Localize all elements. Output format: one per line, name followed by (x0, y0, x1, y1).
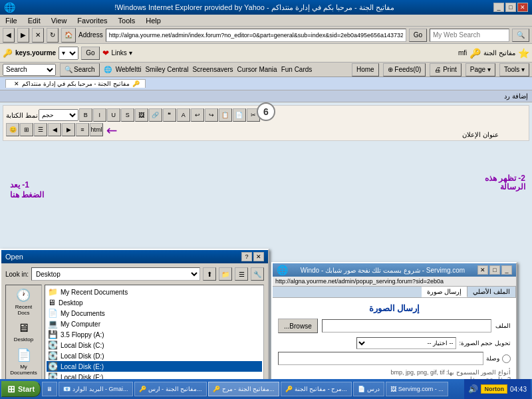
step1-action-annotation: الضغط هنا (10, 190, 44, 200)
paste-btn[interactable]: 📄 (233, 108, 246, 122)
file-item[interactable]: 💾3.5 Floppy (A:) (47, 329, 262, 340)
smiley-btn[interactable]: Smiley Central (145, 66, 188, 73)
menu-edit[interactable]: Edit (25, 17, 43, 25)
servimg-max-btn[interactable]: □ (489, 265, 500, 275)
taskbar-item-blank[interactable]: 🖥 (42, 382, 57, 396)
search-btn[interactable]: 🔍Search (60, 63, 100, 76)
file-item[interactable]: 💻My Computer (47, 319, 262, 329)
font-size-select[interactable]: حجم (39, 109, 78, 121)
place-desktop[interactable]: 🖥 Desktop (14, 321, 33, 342)
link-btn[interactable]: 🔗 (149, 108, 162, 122)
place-mydocs[interactable]: 📄 MyDocuments (10, 348, 37, 376)
webfeltti-btn[interactable]: Webfeltti (116, 66, 142, 73)
copy-btn[interactable]: 📋 (219, 108, 232, 122)
links-label[interactable]: Links ▾ (112, 49, 132, 57)
menu-file[interactable]: File (3, 17, 20, 25)
funcards-btn[interactable]: Fun Cards (281, 66, 313, 73)
url-input[interactable] (278, 352, 483, 365)
redo-btn[interactable]: ↪ (205, 108, 218, 122)
taskbar-item-forum3[interactable]: 🔑 مرح - مفاتيح الجنة... (281, 382, 352, 396)
tools-nav-btn[interactable]: Tools ▾ (499, 63, 529, 76)
img-btn[interactable]: 🖼 (135, 108, 148, 122)
screensavers-btn[interactable]: Screensavers (192, 66, 233, 73)
view-btn[interactable]: ☰ (235, 267, 248, 281)
taskbar-item-gmail[interactable]: 📧 البريد الوارد - Gmai... (59, 382, 133, 396)
list-btn[interactable]: ☰ (34, 123, 47, 136)
new-folder-btn[interactable]: 📁 (219, 267, 232, 281)
stop-btn[interactable]: ✕ (32, 28, 44, 43)
file-open-dialog[interactable]: Open ? ✕ Look in: Desktop ⬆ 📁 ☰ (0, 249, 269, 386)
taskbar-item-dars[interactable]: 📄 درس (353, 382, 384, 396)
search-go-btn[interactable]: 🔍 (512, 29, 529, 42)
clock: 04:43 (510, 386, 527, 393)
underline-btn[interactable]: U (107, 108, 120, 122)
menu-view[interactable]: View (49, 17, 70, 25)
servimg-dialog[interactable]: _ □ ✕ Servimg.com - شروع بسمت تلك نفحة ص… (271, 262, 517, 386)
align-center-btn[interactable]: ≡ (76, 123, 89, 136)
taskbar-item-forum2[interactable]: 🔑 مفاتيح الجنة - مرح... (208, 382, 279, 396)
print-nav-btn[interactable]: 🖨 Print (430, 63, 461, 76)
table-btn[interactable]: ⊞ (20, 123, 33, 136)
maximize-btn[interactable]: □ (505, 3, 516, 12)
dialog-file-list[interactable]: 📁My Recent Documents 🖥Desktop 📄My Docume… (45, 285, 264, 386)
bold-btn[interactable]: B (79, 108, 92, 122)
go-btn2[interactable]: Go (81, 47, 99, 60)
lookin-select[interactable]: Desktop (31, 267, 200, 281)
tools-dialog-btn[interactable]: 🔧 (251, 267, 264, 281)
search-input[interactable] (430, 29, 509, 42)
menu-help[interactable]: Help (143, 17, 164, 25)
active-tab[interactable]: 🔑 مفاتيح الجنة - مرحبا بكم في إدارة منتد… (5, 79, 146, 88)
home-btn[interactable]: 🏠 (61, 28, 76, 43)
address-input[interactable] (106, 29, 406, 42)
menu-favorites[interactable]: Favorites (74, 17, 110, 25)
page-nav-btn[interactable]: Page ▾ (466, 63, 495, 76)
home-nav-btn[interactable]: Home (352, 63, 379, 76)
undo-btn[interactable]: ↩ (191, 108, 204, 122)
quote-btn[interactable]: ❝ (163, 108, 176, 122)
keys-dropdown[interactable]: ▾ (59, 47, 78, 60)
taskbar-item-servimg[interactable]: 🖼 Servimg.com - ... (386, 382, 448, 396)
file-item[interactable]: 📁My Recent Documents (47, 287, 262, 297)
file-item[interactable]: 📄My Documents (47, 308, 262, 319)
up-folder-btn[interactable]: ⬆ (203, 267, 216, 281)
browse-button[interactable]: Browse... (278, 319, 318, 333)
title-bar: 🌐 مفاتيح الجنة - مرحبا بكم في إدارة منتد… (0, 0, 532, 15)
strike-btn[interactable]: S (121, 108, 134, 122)
dialog-min-btn[interactable]: ? (241, 252, 252, 261)
align-right-btn[interactable]: ▶ (62, 123, 75, 136)
back-btn[interactable]: ◀ (3, 28, 15, 43)
radio-url[interactable] (502, 354, 511, 363)
smiley-insert-btn[interactable]: 😊 (6, 123, 19, 136)
color-btn[interactable]: A (177, 108, 190, 122)
minimize-btn[interactable]: _ (493, 3, 504, 12)
mywebsearch-select[interactable]: Search (3, 64, 56, 76)
italic-btn[interactable]: I (93, 108, 106, 122)
file-item-selected[interactable]: 💽Local Disk (E:) (47, 361, 262, 372)
step2-sub-annotation: الرسالة (500, 182, 525, 192)
servimg-min-btn[interactable]: _ (501, 265, 512, 275)
refresh-btn[interactable]: ↻ (47, 28, 59, 43)
start-button[interactable]: ⊞ Start (1, 381, 41, 397)
taskbar-item-forum1[interactable]: 🔑 مفاتيح الجنة - ارس... (134, 382, 207, 396)
go-button[interactable]: Go (409, 29, 427, 42)
close-btn[interactable]: ✕ (517, 3, 528, 12)
place-recent[interactable]: 🕐 RecentDocs (15, 288, 32, 316)
dialog-close-btn[interactable]: ✕ (253, 252, 264, 261)
toolbar-bar: 🔑 keys.yourme ▾ Go ❤ Links ▾ mfi 🔑 مفاتي… (0, 44, 532, 63)
mfi-label: mfi (458, 49, 467, 57)
file-item[interactable]: 💽Local Disk (C:) (47, 340, 262, 350)
upload-path-input[interactable] (322, 319, 491, 332)
html-btn[interactable]: html (90, 123, 103, 136)
file-item[interactable]: 💽Local Disk (D:) (47, 350, 262, 361)
cursor-btn[interactable]: Cursor Mania (237, 66, 277, 73)
feeds-nav-btn[interactable]: ⊕ Feeds(0) (383, 63, 426, 76)
resize-select[interactable]: -- اختيار -- (356, 337, 456, 349)
file-item[interactable]: 🖥Desktop (47, 297, 262, 308)
menu-tools[interactable]: Tools (116, 17, 138, 25)
servimg-tab-original[interactable]: الملف الأصلي (467, 287, 516, 297)
servimg-close-btn[interactable]: ✕ (477, 265, 488, 275)
browse-row: الملف Browse... (278, 319, 511, 333)
forward-btn[interactable]: ▶ (17, 28, 29, 43)
align-left-btn[interactable]: ◀ (48, 123, 61, 136)
servimg-tab-send[interactable]: إرسال صورة (422, 287, 467, 297)
